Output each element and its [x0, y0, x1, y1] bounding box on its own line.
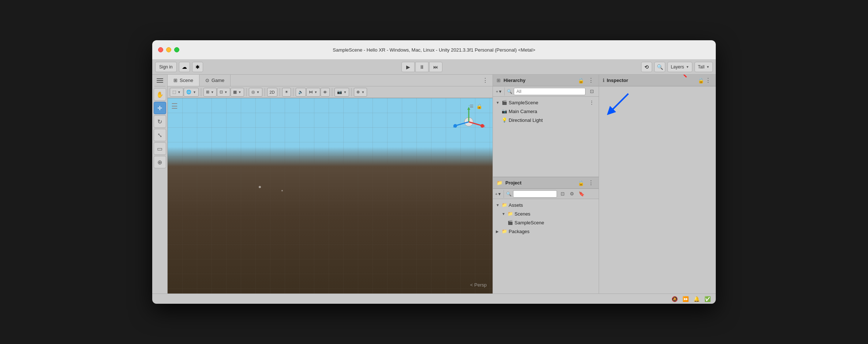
rotate-tool[interactable]: ↻: [154, 115, 166, 128]
play-controls: ▶ ⏸ ⏭: [401, 62, 442, 72]
pivot-btn[interactable]: ⊡ ▼: [217, 88, 230, 97]
hierarchy-directional-light[interactable]: 💡 Directional Light: [493, 116, 599, 124]
window-title: SampleScene - Hello XR - Windows, Mac, L…: [333, 47, 535, 53]
project-packages[interactable]: ▶ 📁 Packages: [493, 227, 599, 236]
layout-dropdown[interactable]: Tall ▼: [695, 62, 713, 72]
hierarchy-panel: ⊞ Hierarchy 🔒 ⋮ +▼ 🔍 ⊡ ▼: [493, 75, 599, 177]
gizmos-arrow: ▼: [361, 90, 364, 94]
hierarchy-lock-icon[interactable]: 🔒: [578, 78, 584, 83]
layers-dropdown[interactable]: Layers ▼: [667, 62, 692, 72]
search-button[interactable]: 🔍: [654, 62, 665, 72]
rect-tool[interactable]: ▭: [154, 142, 166, 155]
hierarchy-main-camera[interactable]: 📷 Main Camera: [493, 107, 599, 116]
hamburger-menu[interactable]: [155, 77, 165, 84]
assets-folder-icon: 📁: [502, 202, 507, 207]
close-button[interactable]: [158, 47, 163, 52]
hierarchy-search-input[interactable]: [514, 88, 585, 95]
pause-button[interactable]: ⏸: [415, 62, 429, 72]
2d-btn[interactable]: 2D: [267, 88, 277, 97]
project-filter-icon[interactable]: 🔖: [577, 190, 585, 198]
hierarchy-search-icon: 🔍: [507, 89, 512, 94]
inspector-header: ℹ Inspector 🔒 ⋮: [599, 75, 716, 86]
hierarchy-filter-icon[interactable]: ⊡: [588, 87, 596, 96]
history-button[interactable]: ⟲: [641, 62, 652, 72]
signin-button[interactable]: Sign in: [155, 62, 177, 72]
audio-btn[interactable]: 🔈: [296, 88, 306, 97]
layout-arrow-icon: ▼: [706, 65, 710, 69]
camera-btn[interactable]: 📷 ▼: [334, 88, 349, 97]
light-icon: ☀: [285, 90, 288, 94]
speaker-icon: 🔈: [298, 90, 303, 94]
project-search-icon: 🔍: [506, 191, 512, 197]
project-lock-icon[interactable]: 🔒: [578, 180, 584, 186]
collab-button[interactable]: ✱: [192, 62, 203, 72]
scene-canvas[interactable]: ☰ ≡ 🔒: [168, 98, 493, 293]
hierarchy-header: ⊞ Hierarchy 🔒 ⋮: [493, 75, 599, 86]
gizmo-btn2[interactable]: 🌐 ▼: [184, 88, 199, 97]
pivot-icon: ⊡: [220, 90, 223, 94]
project-content: ▼ 📁 Assets ▼ 📁 Scenes 🎬 SampleScene: [493, 199, 599, 293]
scene-tabs-menu[interactable]: ⋮: [481, 77, 490, 84]
grid-arrow: ▼: [238, 90, 242, 94]
gizmos-btn[interactable]: ⊕ ▼: [354, 88, 367, 97]
inspector-lock-icon[interactable]: 🔒: [698, 78, 704, 83]
project-search-input[interactable]: [513, 190, 557, 198]
grid-btn[interactable]: ▦ ▼: [231, 88, 244, 97]
project-samplescene[interactable]: 🎬 SampleScene: [493, 218, 599, 227]
hierarchy-grid-icon: ⊞: [497, 78, 501, 83]
scene-tab-label: Scene: [180, 78, 193, 83]
scene-tab-icon: ⊞: [173, 78, 177, 83]
gizmos-icon: ⊕: [356, 90, 360, 94]
inspector-menu-btn[interactable]: ⋮: [704, 76, 712, 85]
transform-tool[interactable]: ⊕: [154, 156, 166, 168]
project-assets[interactable]: ▼ 📁 Assets: [493, 201, 599, 209]
svg-text:Z: Z: [453, 124, 455, 128]
hand-tool[interactable]: ✋: [154, 88, 166, 101]
right-panels: ⊞ Hierarchy 🔒 ⋮ +▼ 🔍 ⊡ ▼: [493, 75, 599, 293]
view-btn[interactable]: ◎ ▼: [249, 88, 262, 97]
samplescene-menu[interactable]: ⋮: [588, 100, 596, 105]
scale-tool[interactable]: ⤡: [154, 129, 166, 141]
project-eye-icon[interactable]: ⊡: [558, 190, 566, 198]
snap-arrow: ▼: [211, 90, 214, 94]
inspector-content: [599, 86, 716, 293]
gizmo-controls: ⬚ ▼ 🌐 ▼: [170, 88, 199, 97]
scene-grid: [168, 98, 493, 293]
fx-icon: ⋈: [309, 90, 313, 94]
minimize-button[interactable]: [166, 47, 171, 52]
project-add-btn[interactable]: +▼: [495, 192, 501, 196]
status-icon-4[interactable]: ✅: [703, 295, 711, 303]
main-camera-label: Main Camera: [509, 109, 537, 114]
hierarchy-menu-btn[interactable]: ⋮: [587, 76, 595, 85]
tab-scene[interactable]: ⊞ Scene: [168, 75, 199, 86]
project-menu-btn[interactable]: ⋮: [587, 179, 595, 187]
hierarchy-sample-scene[interactable]: ▼ 🎬 SampleScene ⋮: [493, 98, 599, 107]
samplescene-file-icon: 🎬: [508, 220, 513, 225]
layers-arrow-icon: ▼: [686, 65, 689, 69]
main-toolbar: Sign in ☁ ✱ ▶ ⏸ ⏭ ⟲ 🔍 Layers: [152, 59, 716, 75]
maximize-button[interactable]: [174, 47, 179, 52]
status-icon-1[interactable]: 🔕: [670, 295, 678, 303]
project-settings-icon[interactable]: ⚙: [568, 190, 576, 198]
move-tool[interactable]: ✛: [154, 102, 166, 114]
fx-btn[interactable]: ⋈ ▼: [306, 88, 320, 97]
cloud-button[interactable]: ☁: [179, 62, 190, 72]
status-icon-3[interactable]: 🔔: [692, 295, 700, 303]
status-icon-2[interactable]: ⏩: [681, 295, 689, 303]
gizmo-btn1[interactable]: ⬚ ▼: [170, 88, 183, 97]
assets-label: Assets: [509, 202, 523, 208]
scene-view: ⊞ Scene ⊙ Game ⋮ ⬚ ▼: [168, 75, 493, 293]
game-tab-label: Game: [212, 78, 224, 83]
directional-light-label: Directional Light: [509, 117, 543, 123]
hierarchy-add-btn[interactable]: +▼: [496, 89, 502, 94]
hidden-btn[interactable]: 👁: [321, 88, 330, 97]
step-button[interactable]: ⏭: [429, 62, 442, 72]
snap-btn[interactable]: ⊞ ▼: [203, 88, 217, 97]
scene-hamburger[interactable]: ☰: [171, 102, 178, 111]
tab-game[interactable]: ⊙ Game: [199, 75, 231, 86]
light-btn[interactable]: ☀: [282, 88, 291, 97]
play-button[interactable]: ▶: [401, 62, 415, 72]
snap-icon: ⊞: [206, 90, 209, 94]
project-scenes[interactable]: ▼ 📁 Scenes: [493, 209, 599, 218]
svg-text:X: X: [483, 124, 485, 128]
